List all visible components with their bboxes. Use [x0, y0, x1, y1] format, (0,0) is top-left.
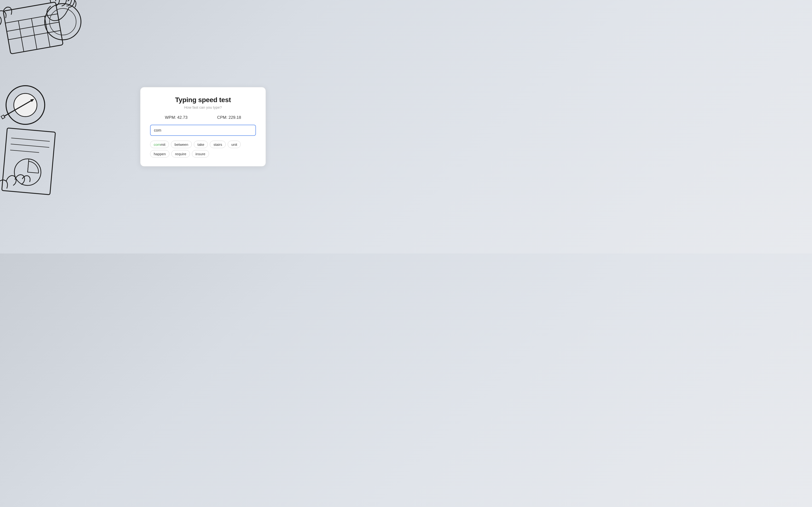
- background-illustration: [0, 0, 87, 251]
- typing-test-card: Typing speed test How fast can you type?…: [140, 87, 266, 167]
- svg-line-16: [11, 144, 49, 147]
- svg-rect-13: [1, 115, 5, 119]
- svg-marker-12: [31, 98, 35, 102]
- word-chip: insure: [192, 150, 209, 158]
- svg-rect-0: [3, 2, 63, 54]
- word-chip: require: [171, 150, 190, 158]
- svg-line-19: [28, 159, 29, 172]
- words-row: commit between take stairs unit happen r…: [150, 141, 256, 158]
- svg-line-17: [10, 150, 39, 152]
- word-chip: take: [194, 141, 208, 148]
- svg-point-7: [45, 4, 81, 40]
- word-chip-active: commit: [150, 141, 169, 148]
- word-chip: unit: [227, 141, 241, 148]
- svg-line-5: [32, 18, 37, 49]
- remaining-text: mit: [160, 143, 165, 147]
- card-title: Typing speed test: [150, 96, 256, 104]
- word-chip: stairs: [210, 141, 226, 148]
- svg-line-6: [45, 16, 50, 47]
- svg-line-15: [11, 138, 50, 142]
- typed-text: com: [154, 143, 160, 147]
- svg-line-11: [4, 101, 31, 116]
- word-chip: between: [171, 141, 192, 148]
- svg-point-10: [14, 94, 37, 117]
- svg-rect-14: [2, 128, 55, 194]
- svg-point-9: [6, 86, 45, 124]
- wpm-stat: WPM: 42.73: [165, 115, 188, 120]
- word-chip: happen: [150, 150, 169, 158]
- svg-line-3: [8, 31, 61, 40]
- svg-point-8: [50, 8, 76, 35]
- typing-input[interactable]: [150, 125, 256, 136]
- cpm-stat: CPM: 229.18: [217, 115, 241, 120]
- card-subtitle: How fast can you type?: [150, 105, 256, 109]
- svg-line-1: [5, 14, 58, 23]
- illustration-area: [0, 0, 77, 253]
- svg-point-18: [13, 158, 42, 186]
- svg-line-2: [7, 22, 59, 32]
- svg-line-4: [18, 21, 24, 52]
- main-content: Typing speed test How fast can you type?…: [140, 87, 266, 167]
- stats-row: WPM: 42.73 CPM: 229.18: [150, 115, 256, 120]
